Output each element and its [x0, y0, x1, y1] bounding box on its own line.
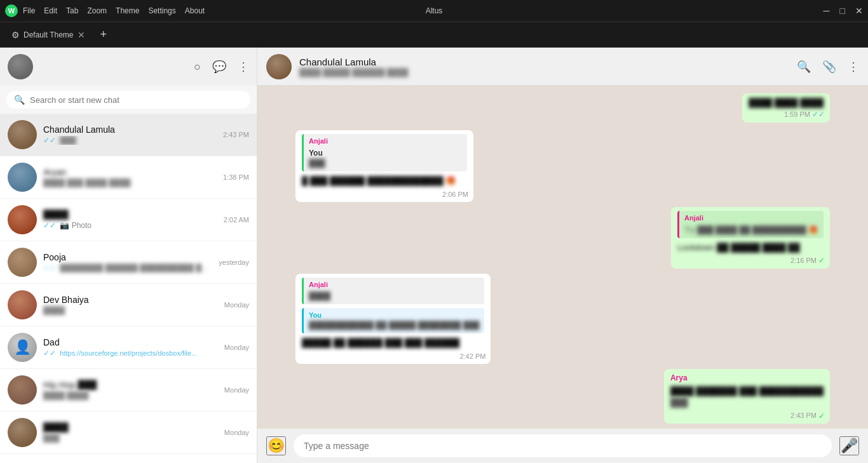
search-messages-icon[interactable]: 🔍: [797, 60, 811, 74]
attach-icon[interactable]: 📎: [822, 60, 836, 74]
chat-input-area: 😊 🎤: [257, 429, 868, 463]
menu-zoom[interactable]: Zoom: [87, 6, 107, 15]
chat-preview: ███: [43, 434, 218, 443]
menu-settings[interactable]: Settings: [148, 6, 175, 15]
message-text: █████ ██ ██████ ███ ███ ██████: [302, 337, 484, 349]
contact-name: Hip.Hop.███: [43, 380, 218, 390]
close-button[interactable]: ✕: [855, 6, 863, 16]
chat-info: Pooja ✓✓ ████████ ██████ ██████████ ████…: [43, 252, 212, 272]
message-subtext: ███: [670, 397, 824, 408]
emoji-button[interactable]: 😊: [266, 436, 286, 455]
chat-info: Aryan ████ ███ ████ ████: [43, 167, 217, 187]
menu-edit[interactable]: Edit: [44, 6, 57, 15]
chat-item[interactable]: ████ ✓✓ 📷 Photo 2:02 AM: [0, 199, 257, 241]
new-chat-icon[interactable]: 💬: [212, 60, 226, 74]
chat-time: Monday: [224, 386, 249, 394]
menu-file[interactable]: File: [23, 6, 35, 15]
tab-default-theme[interactable]: ⚙ Default Theme ✕: [5, 27, 92, 43]
message-time: 2:06 PM: [442, 190, 468, 199]
chat-meta: 1:38 PM: [223, 173, 249, 181]
chat-time: 2:43 PM: [223, 131, 249, 138]
quoted-message: Anjali Try ███ ████ ██ ██████████ 🎁: [677, 211, 824, 238]
more-options-icon[interactable]: ⋮: [848, 60, 859, 74]
avatar: [8, 418, 37, 447]
mic-button[interactable]: 🎤: [839, 436, 859, 455]
app-name: Altus: [426, 6, 443, 15]
sidebar-header: ○ 💬 ⋮: [0, 48, 257, 86]
chat-header-icons: 🔍 📎 ⋮: [797, 60, 859, 74]
search-bar: 🔍: [0, 86, 257, 114]
chat-preview: ✓✓ ████████ ██████ ██████████ █████████.…: [43, 264, 212, 272]
chat-time: 2:02 AM: [224, 216, 249, 224]
chat-item[interactable]: Hip.Hop.███ ████ ████ Monday: [0, 369, 257, 412]
quoted-text: You ███: [309, 148, 462, 170]
quoted-message: Anjali ████: [302, 278, 484, 304]
chat-item[interactable]: Aryan ████ ███ ████ ████ 1:38 PM: [0, 156, 257, 199]
message-text: █ ███ ██████ █████████████ 🎁: [302, 175, 467, 187]
search-input-wrap: 🔍: [6, 91, 250, 109]
tick-icon: ✓: [818, 255, 825, 266]
chat-area: Chandulal Lamula ████ █████ ██████ ████ …: [257, 48, 868, 463]
message-text: ████ ███████ ███ ███████████: [670, 386, 824, 397]
message-bubble: Arya ████ ███████ ███ ███████████ ███ 2:…: [664, 369, 830, 424]
sidebar: ○ 💬 ⋮ 🔍 Chandulal Lamula ✓✓ ███: [0, 48, 257, 463]
message-time: 2:16 PM ✓: [790, 255, 825, 266]
search-input[interactable]: [30, 95, 243, 105]
chat-preview: ✓✓ ███: [43, 136, 217, 145]
chat-header: Chandulal Lamula ████ █████ ██████ ████ …: [257, 48, 868, 86]
chat-preview: ████ ████: [43, 391, 218, 400]
avatar: 👤: [8, 333, 37, 362]
chat-meta: 2:02 AM: [224, 216, 249, 224]
tab-label: Default Theme: [24, 30, 74, 39]
chat-time: Monday: [224, 301, 249, 309]
message-row: Arya ████ ███████ ███ ███████████ ███ 2:…: [295, 369, 830, 424]
chat-item[interactable]: Pooja ✓✓ ████████ ██████ ██████████ ████…: [0, 241, 257, 284]
quoted-text: ████: [309, 291, 479, 302]
message-time: 1:59 PM ✓✓: [784, 109, 825, 120]
bubble-sender: Arya: [670, 373, 824, 384]
message-text: Lockdown ██ █████ ████ ██: [677, 242, 824, 253]
tick-icon: ✓✓: [43, 221, 56, 230]
avatar: [8, 163, 37, 192]
chat-item[interactable]: 👤 Dad ✓✓ https://sourceforge.net/project…: [0, 326, 257, 369]
sidebar-icons: ○ 💬 ⋮: [194, 60, 249, 74]
tick-icon: ✓✓: [43, 264, 56, 272]
message-input[interactable]: [294, 434, 832, 457]
menu-theme[interactable]: Theme: [116, 6, 139, 15]
maximize-button[interactable]: □: [840, 6, 845, 16]
chat-preview: ✓✓ 📷 Photo: [43, 221, 217, 230]
chat-list: Chandulal Lamula ✓✓ ███ 2:43 PM Aryan ██…: [0, 114, 257, 463]
message-bubble: ████ ████ ████ 1:59 PM ✓✓: [742, 93, 830, 123]
menu-dots-icon[interactable]: ⋮: [238, 60, 249, 74]
chat-header-name: Chandulal Lamula: [299, 57, 789, 67]
chat-header-status: ████ █████ ██████ ████: [299, 68, 789, 77]
chat-time: Monday: [224, 429, 249, 436]
status-icon[interactable]: ○: [194, 60, 201, 74]
tab-bar: ⚙ Default Theme ✕ +: [0, 22, 868, 48]
quoted-sender: Anjali: [309, 280, 479, 290]
chat-info: ████ ✓✓ 📷 Photo: [43, 210, 217, 230]
contact-name: Chandulal Lamula: [43, 124, 217, 135]
avatar: [8, 120, 37, 149]
chat-preview: ████ ███ ████ ████: [43, 178, 217, 187]
new-tab-button[interactable]: +: [97, 28, 111, 41]
you-quoted-text: ████████████ ██ █████ ████████ ███: [309, 320, 479, 331]
user-avatar[interactable]: [8, 54, 33, 79]
minimize-button[interactable]: ─: [824, 6, 830, 16]
chat-item[interactable]: ████ ███ Monday: [0, 412, 257, 454]
contact-name: Pooja: [43, 252, 212, 262]
chat-preview: ✓✓ https://sourceforge.net/projects/dosb…: [43, 349, 218, 358]
tab-close-icon[interactable]: ✕: [78, 30, 85, 40]
contact-name: Aryan: [43, 167, 217, 177]
menu-about[interactable]: About: [185, 6, 205, 15]
chat-item[interactable]: Chandulal Lamula ✓✓ ███ 2:43 PM: [0, 114, 257, 156]
chat-meta: Monday: [224, 344, 249, 351]
message-row: Anjali ████ You ████████████ ██ █████ ██…: [295, 274, 830, 365]
quoted-sender: Anjali: [684, 213, 818, 223]
message-bubble: Anjali Try ███ ████ ██ ██████████ 🎁 Lock…: [671, 207, 830, 268]
chat-time: 1:38 PM: [223, 173, 249, 181]
message-bubble: Anjali You ███ █ ███ ██████ ████████████…: [295, 130, 473, 202]
chat-info: Dev Bhaiya ████: [43, 295, 218, 315]
chat-item[interactable]: Dev Bhaiya ████ Monday: [0, 284, 257, 326]
menu-tab[interactable]: Tab: [66, 6, 78, 15]
